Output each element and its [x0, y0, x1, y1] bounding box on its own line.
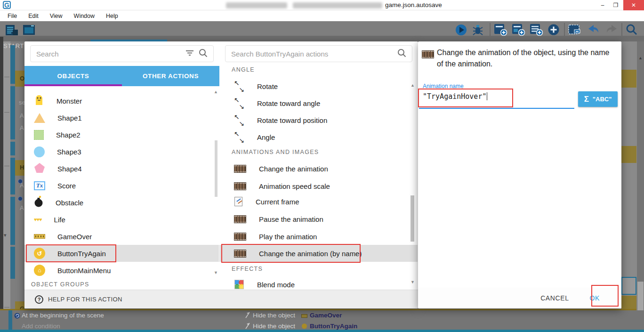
- film-strip-icon: [234, 183, 246, 190]
- cancel-button[interactable]: CANCEL: [540, 294, 569, 302]
- menu-help[interactable]: Help: [101, 11, 123, 21]
- add-scene-icon: [493, 23, 507, 37]
- play-preview-icon: [455, 23, 467, 37]
- pentagon-icon: [34, 162, 45, 175]
- object-item-shape3[interactable]: Shape3: [24, 143, 219, 160]
- blend-mode-icon: [234, 280, 244, 289]
- action-item-current-frame[interactable]: Current frame: [219, 193, 418, 210]
- selected-tab-indicator: [24, 84, 122, 86]
- tab-other-actions[interactable]: OTHER ACTIONS: [122, 66, 219, 86]
- project-manager-icon: [5, 23, 19, 37]
- blurred-project-path: [293, 2, 382, 8]
- comment-block: [621, 70, 636, 88]
- event-indent-bar: [10, 142, 15, 155]
- action-item-pause-animation[interactable]: Pause the animation: [219, 211, 418, 227]
- menu-view[interactable]: View: [45, 11, 67, 21]
- comment-block: [621, 146, 636, 163]
- action-label: Rotate toward angle: [257, 99, 320, 107]
- scene-window-icon: [22, 23, 36, 37]
- menu-bar: File Edit View Window Help: [0, 10, 644, 21]
- search-icon: [397, 49, 406, 59]
- home-button-icon: ⌂: [34, 265, 45, 276]
- remove-window-icon: [568, 23, 582, 37]
- objects-search-input[interactable]: [36, 50, 181, 58]
- action-label: Play the animation: [259, 233, 317, 241]
- menu-window[interactable]: Window: [69, 11, 99, 21]
- square-icon: [34, 130, 44, 140]
- maximize-button[interactable]: ❐: [609, 0, 622, 10]
- object-item-life[interactable]: ♥♥♥ Life: [24, 211, 219, 228]
- minimize-button[interactable]: –: [596, 0, 609, 10]
- toolbar-separator: [621, 23, 622, 36]
- object-item-shape1[interactable]: Shape1: [24, 109, 219, 126]
- object-groups-header: OBJECT GROUPS: [31, 281, 89, 288]
- expression-editor-button[interactable]: Σ "ABC": [578, 91, 618, 107]
- collapse-marker-icon: ▾: [4, 232, 7, 238]
- gameover-banner-icon: [34, 234, 45, 239]
- bomb-icon: [34, 195, 43, 210]
- filter-icon[interactable]: [185, 49, 194, 58]
- add-resource-icon: [547, 23, 560, 37]
- gameover-mini-icon: [301, 314, 307, 318]
- rotate-icon: ↖↘: [234, 98, 244, 108]
- action-item-change-animation[interactable]: Change the animation: [219, 160, 418, 177]
- blurred-project-path: [226, 2, 287, 8]
- toolbar-separator: [564, 23, 565, 36]
- action-item-animation-speed[interactable]: Animation speed scale: [219, 178, 418, 194]
- objects-search-box: [30, 45, 214, 62]
- condition-icon: [18, 196, 23, 201]
- rotate-icon: ↖↘: [234, 115, 244, 125]
- window-title: game.json.autosave: [385, 1, 442, 8]
- events-tick: [4, 77, 9, 77]
- circle-icon: [34, 146, 45, 157]
- toolbar-separator: [490, 23, 491, 36]
- action-item-rotate[interactable]: ↖↘ Rotate: [219, 78, 418, 95]
- comment-block: [621, 296, 636, 309]
- object-item-obstacle[interactable]: Obstacle: [24, 194, 219, 211]
- tab-objects[interactable]: OBJECTS: [24, 66, 122, 86]
- action-item-rotate-toward-angle[interactable]: ↖↘ Rotate toward angle: [219, 95, 418, 112]
- event-indent-bar: [8, 310, 12, 330]
- object-item-gameover[interactable]: GameOver: [24, 228, 219, 245]
- action-item-angle[interactable]: ↖↘ Angle: [219, 129, 418, 146]
- debug-bug-icon: [472, 23, 484, 37]
- action-item-rotate-toward-position[interactable]: ↖↘ Rotate toward position: [219, 112, 418, 129]
- close-button[interactable]: ✕: [623, 0, 644, 10]
- objects-scrollbar-thumb[interactable]: [215, 140, 217, 197]
- highlight-box-ok: [591, 285, 619, 307]
- buttontryagain-mini-icon: [302, 324, 307, 329]
- redo-icon: [604, 23, 619, 37]
- actions-scrollbar-thumb[interactable]: [411, 195, 414, 242]
- highlight-box-buttontryagain: [26, 244, 116, 262]
- help-icon: ?: [35, 295, 43, 304]
- event-action: Hide the object: [253, 323, 295, 330]
- help-link[interactable]: HELP FOR THIS ACTION: [48, 296, 122, 303]
- title-bar: G game.json.autosave – ❐ ✕: [0, 0, 644, 10]
- object-item-buttonmainmenu[interactable]: ⌂ ButtonMainMenu: [24, 262, 219, 279]
- add-external-layout-icon: [511, 23, 525, 37]
- menu-file[interactable]: File: [3, 11, 22, 21]
- events-tick: [4, 112, 9, 113]
- scroll-up-icon[interactable]: ▲: [411, 83, 415, 88]
- events-tick: [4, 307, 9, 308]
- action-item-play-animation[interactable]: Play the animation: [219, 228, 418, 245]
- menu-edit[interactable]: Edit: [24, 11, 43, 21]
- scroll-up-icon[interactable]: ▲: [214, 89, 218, 94]
- object-item-shape4[interactable]: Shape4: [24, 160, 219, 177]
- section-header-angle: ANGLE: [232, 66, 255, 73]
- actions-search-input[interactable]: [231, 50, 393, 58]
- scroll-down-icon[interactable]: ▼: [411, 280, 415, 284]
- object-label: Shape2: [56, 131, 80, 139]
- scroll-down-icon[interactable]: ▼: [214, 270, 218, 275]
- sigma-icon: Σ: [584, 95, 589, 104]
- event-indent-bar: [10, 45, 15, 84]
- object-item-score[interactable]: Tx Score: [24, 177, 219, 194]
- action-label: Blend mode: [257, 281, 295, 289]
- event-indent-bar: [10, 197, 15, 245]
- object-item-monster[interactable]: Monster: [24, 92, 219, 109]
- object-item-shape2[interactable]: Shape2: [24, 126, 219, 143]
- trigger-once-icon: [14, 312, 20, 321]
- scroll-up-icon: ▲: [638, 56, 643, 60]
- event-selection-box: [621, 277, 636, 295]
- object-label: Obstacle: [56, 199, 83, 207]
